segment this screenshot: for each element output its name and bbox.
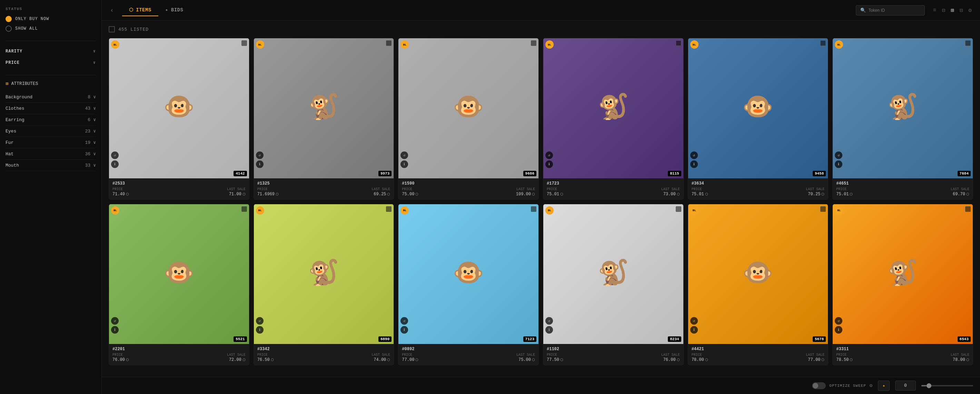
search-input[interactable] xyxy=(869,8,920,13)
card-checkbox-0[interactable] xyxy=(242,40,247,46)
nft-card-3[interactable]: 🐒 BL ↺ ℹ 8115 #1723 PRICE xyxy=(543,38,684,200)
nft-image-5: 🐒 BL ↺ ℹ 7684 xyxy=(833,38,973,179)
nft-rarity-3: 8115 xyxy=(668,171,681,176)
view-controls: ≡ ⊟ ⊞ ⊟ ⚙ xyxy=(932,6,973,15)
action-info-2[interactable]: ℹ xyxy=(401,160,408,168)
action-refresh-3[interactable]: ↺ xyxy=(546,152,553,159)
action-info-0[interactable]: ℹ xyxy=(111,160,119,168)
action-info-7[interactable]: ℹ xyxy=(256,326,264,333)
attr-clothes-count: 43 xyxy=(85,106,91,111)
optimize-sweep-toggle[interactable] xyxy=(812,382,826,389)
sidebar-collapse-button[interactable]: ‹ xyxy=(109,6,115,15)
status-buy-now[interactable]: ONLY BUY NOW xyxy=(6,16,96,22)
nft-card-8[interactable]: 🐵 BL ↺ ℹ 7123 #0892 PRICE xyxy=(398,204,539,366)
sweep-count[interactable]: 0 xyxy=(895,381,916,391)
attr-mouth[interactable]: Mouth 33 ∨ xyxy=(6,160,96,171)
card-checkbox-6[interactable] xyxy=(242,206,247,212)
tab-bids[interactable]: ✦ BIDS xyxy=(158,4,191,16)
slider-thumb[interactable] xyxy=(926,383,931,388)
attr-mouth-right: 33 ∨ xyxy=(85,163,96,168)
attr-background[interactable]: Background 8 ∨ xyxy=(6,91,96,103)
price-row[interactable]: PRICE ∨ xyxy=(6,58,96,67)
card-checkbox-11[interactable] xyxy=(965,206,971,212)
action-refresh-0[interactable]: ↺ xyxy=(111,152,119,159)
nft-card-2[interactable]: 🐵 BL ↺ ℹ 9686 #1590 PRICE xyxy=(398,38,539,200)
nft-card-top-7: BL xyxy=(256,206,392,215)
nft-card-11[interactable]: 🐒 BL ↺ ℹ 6543 #3311 PRICE xyxy=(832,204,973,366)
compact-list-view-button[interactable]: ⊟ xyxy=(940,6,947,15)
nft-card-1[interactable]: 🐒 BL ↺ ℹ 9973 #1325 PRICE xyxy=(253,38,394,200)
action-info-6[interactable]: ℹ xyxy=(111,326,119,333)
action-refresh-4[interactable]: ↺ xyxy=(690,152,698,159)
tab-items[interactable]: ⬡ ITEMS xyxy=(122,4,158,16)
content-area: 455 LISTED 🐵 BL ↺ ℹ 4142 xyxy=(102,21,980,377)
nft-card-5[interactable]: 🐒 BL ↺ ℹ 7684 #4651 PRICE xyxy=(832,38,973,200)
nft-info-5: #4651 PRICE LAST SALE 75.01 ⬡ 69.70 ⬡ xyxy=(833,179,973,199)
action-refresh-8[interactable]: ↺ xyxy=(401,317,408,325)
action-refresh-7[interactable]: ↺ xyxy=(256,317,264,325)
card-checkbox-10[interactable] xyxy=(820,206,826,212)
nft-actions-2: ↺ ℹ xyxy=(401,152,408,168)
status-show-all[interactable]: SHOW ALL xyxy=(6,26,96,32)
action-refresh-10[interactable]: ↺ xyxy=(690,317,698,325)
slider-track xyxy=(921,385,926,386)
action-info-5[interactable]: ℹ xyxy=(835,160,842,168)
nft-card-9[interactable]: 🐒 BL ↺ ℹ 8234 #1102 PRICE xyxy=(543,204,684,366)
action-refresh-11[interactable]: ↺ xyxy=(835,317,842,325)
grid-small-view-button[interactable]: ⊟ xyxy=(958,6,964,15)
action-info-9[interactable]: ℹ xyxy=(546,326,553,333)
card-checkbox-4[interactable] xyxy=(820,40,826,46)
nft-card-7[interactable]: 🐒 BL ↺ ℹ 6890 #3342 PRICE xyxy=(253,204,394,366)
attr-eyes-right: 23 ∨ xyxy=(85,128,96,134)
attr-hat-chevron: ∨ xyxy=(93,151,96,156)
action-info-8[interactable]: ℹ xyxy=(401,326,408,333)
attr-fur[interactable]: Fur 19 ∨ xyxy=(6,137,96,148)
rarity-row[interactable]: RARITY ∨ xyxy=(6,46,96,56)
attr-background-chevron: ∨ xyxy=(93,94,96,100)
card-checkbox-5[interactable] xyxy=(965,40,971,46)
sweep-button[interactable]: ✦ xyxy=(878,381,889,391)
nft-id-9: #1102 xyxy=(547,347,680,352)
price-header-9: PRICE xyxy=(547,353,557,357)
select-all-checkbox[interactable] xyxy=(109,26,115,32)
card-checkbox-9[interactable] xyxy=(676,206,681,212)
action-info-3[interactable]: ℹ xyxy=(546,160,553,168)
card-checkbox-7[interactable] xyxy=(386,206,391,212)
sweep-slider[interactable] xyxy=(921,385,973,386)
list-view-button[interactable]: ≡ xyxy=(932,6,938,15)
nft-rarity-2: 9686 xyxy=(523,171,536,176)
action-refresh-6[interactable]: ↺ xyxy=(111,317,119,325)
card-checkbox-1[interactable] xyxy=(386,40,391,46)
nft-card-0[interactable]: 🐵 BL ↺ ℹ 4142 #2533 PRICE xyxy=(109,38,250,200)
grid-large-view-button[interactable]: ⊞ xyxy=(949,6,956,15)
action-refresh-9[interactable]: ↺ xyxy=(546,317,553,325)
action-info-1[interactable]: ℹ xyxy=(256,160,264,168)
attr-eyes[interactable]: Eyes 23 ∨ xyxy=(6,126,96,137)
action-refresh-2[interactable]: ↺ xyxy=(401,152,408,159)
divider-2 xyxy=(6,75,96,75)
card-checkbox-8[interactable] xyxy=(531,206,536,212)
nft-card-10[interactable]: 🐵 BL ↺ ℹ 5678 #4421 PRICE xyxy=(688,204,829,366)
gear-icon[interactable]: ⚙ xyxy=(870,383,872,388)
nft-card-top-11: BL xyxy=(835,206,971,215)
action-refresh-5[interactable]: ↺ xyxy=(835,152,842,159)
attr-hat[interactable]: Hat 36 ∨ xyxy=(6,148,96,160)
listed-header: 455 LISTED xyxy=(109,26,973,32)
attr-earring[interactable]: Earring 6 ∨ xyxy=(6,114,96,126)
attr-clothes[interactable]: Clothes 43 ∨ xyxy=(6,103,96,114)
search-box[interactable]: 🔍 xyxy=(856,5,925,16)
nft-id-8: #0892 xyxy=(402,347,535,352)
settings-button[interactable]: ⚙ xyxy=(967,6,973,15)
nft-card-6[interactable]: 🐵 BL ↺ ℹ 5521 #2201 PRICE xyxy=(109,204,250,366)
action-info-11[interactable]: ℹ xyxy=(835,326,842,333)
card-checkbox-2[interactable] xyxy=(531,40,536,46)
nft-card-4[interactable]: 🐵 BL ↺ ℹ 9458 #3634 PRICE xyxy=(688,38,829,200)
action-info-10[interactable]: ℹ xyxy=(690,326,698,333)
card-checkbox-3[interactable] xyxy=(676,40,681,46)
action-refresh-1[interactable]: ↺ xyxy=(256,152,264,159)
nft-price-val-3: 75.01 ⬡ xyxy=(547,192,563,197)
action-info-4[interactable]: ℹ xyxy=(690,160,698,168)
nft-price-header-11: PRICE LAST SALE xyxy=(836,353,969,357)
nft-info-11: #3311 PRICE LAST SALE 78.50 ⬡ 78.00 ⬡ xyxy=(833,344,973,365)
search-icon: 🔍 xyxy=(860,8,866,13)
